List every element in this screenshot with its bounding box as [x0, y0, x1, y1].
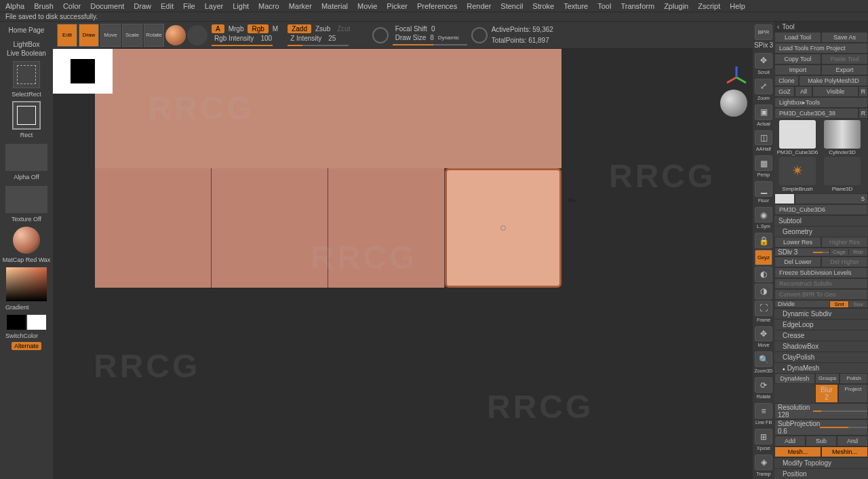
m-button[interactable]: M — [270, 25, 281, 33]
crease-section[interactable]: Crease — [774, 330, 868, 341]
create-mesh-button[interactable]: Mesh... — [774, 446, 821, 457]
shadowbox-section[interactable]: ShadowBox — [774, 341, 868, 351]
menu-material[interactable]: Material — [321, 2, 348, 10]
alternate-button[interactable]: Alternate — [12, 342, 41, 350]
brush-mod-dial[interactable] — [471, 27, 488, 43]
z-intensity-slider[interactable] — [288, 45, 349, 46]
menu-document[interactable]: Document — [90, 2, 124, 10]
transp-button[interactable]: ◈ — [755, 455, 772, 470]
scroll-button[interactable]: ✥ — [755, 53, 772, 69]
menu-macro[interactable]: Macro — [258, 2, 279, 10]
geometry-section[interactable]: Geometry — [774, 226, 868, 237]
draw-mode-button[interactable]: Draw — [79, 24, 99, 47]
convert-bpr-button[interactable]: Convert BPR To Geo — [774, 289, 868, 300]
groups-button[interactable]: Groups — [815, 373, 840, 384]
menu-zplugin[interactable]: Zplugin — [664, 2, 688, 10]
switchcolor-button[interactable]: SwitchColor — [5, 332, 47, 339]
rgb-intensity-value[interactable]: 100 — [258, 35, 275, 42]
suv-button[interactable]: Suv — [848, 301, 867, 307]
home-page-button[interactable]: Home Page — [9, 26, 45, 34]
lightbox-button[interactable]: LightBox — [14, 41, 40, 48]
brush-thumb[interactable] — [13, 102, 40, 129]
solo-button[interactable]: ◐ — [755, 267, 772, 282]
rotate-mode-button[interactable]: Rotate — [144, 24, 164, 47]
clone-button[interactable]: Clone — [774, 75, 799, 86]
resolution-slider[interactable]: Resolution 128 — [774, 403, 868, 419]
copy-tool-button[interactable]: Copy Tool — [774, 54, 821, 64]
a-button[interactable]: A — [212, 24, 224, 33]
goz-button[interactable]: GoZ — [774, 86, 795, 97]
move-mode-button[interactable]: Move — [100, 24, 121, 47]
mrgb-button[interactable]: Mrgb — [226, 25, 247, 33]
export-button[interactable]: Export — [821, 64, 868, 75]
brush-preview-icon[interactable] — [165, 25, 186, 45]
zadd-button[interactable]: Zadd — [288, 24, 311, 33]
secondary-color[interactable] — [7, 315, 26, 330]
move3d-button[interactable]: ✥ — [755, 326, 772, 342]
menu-brush[interactable]: Brush — [34, 2, 54, 10]
alpha-thumb[interactable] — [5, 144, 47, 171]
save-as-button[interactable]: Save As — [821, 32, 868, 43]
menu-layer[interactable]: Layer — [205, 2, 224, 10]
create-meshins-button[interactable]: MeshIn... — [821, 446, 868, 457]
primary-color[interactable] — [27, 315, 46, 330]
dyna-and-button[interactable]: And — [837, 436, 868, 446]
floor-button[interactable]: ▁ — [755, 181, 772, 197]
lower-res-button[interactable]: Lower Res — [774, 237, 821, 248]
focal-shift-value[interactable]: 0 — [431, 25, 435, 33]
lock-button[interactable]: 🔒 — [755, 233, 772, 248]
menu-transform[interactable]: Transform — [620, 2, 654, 10]
linefill-button[interactable]: ≡ — [755, 403, 772, 419]
menu-edit[interactable]: Edit — [161, 2, 174, 10]
menu-help[interactable]: Help — [730, 2, 745, 10]
tool-item-small[interactable] — [774, 193, 795, 204]
tool-item-cube2[interactable]: PM3D_Cube3D6 — [774, 204, 868, 215]
del-higher-button[interactable]: Del Higher — [821, 256, 868, 267]
divide-button[interactable]: Divide — [775, 301, 813, 307]
reference-thumbnail[interactable] — [53, 49, 113, 94]
menu-tool[interactable]: Tool — [597, 2, 611, 10]
menu-render[interactable]: Render — [467, 2, 491, 10]
zoom-button[interactable]: ⤢ — [755, 79, 772, 94]
edgeloop-section[interactable]: EdgeLoop — [774, 319, 868, 330]
tool-item-simplebrush[interactable]: SimpleBrush — [776, 157, 819, 192]
menu-picker[interactable]: Picker — [387, 2, 408, 10]
project-button[interactable]: Project — [838, 384, 868, 403]
goz-r-button[interactable]: R — [859, 86, 868, 97]
higher-res-button[interactable]: Higher Res — [821, 237, 868, 248]
dyna-add-button[interactable]: Add — [774, 436, 806, 446]
zcut-button[interactable]: Zcut — [334, 25, 353, 33]
edit-mode-button[interactable]: Edit — [57, 24, 77, 47]
draw-size-value[interactable]: 8 — [430, 34, 434, 41]
goz-all-button[interactable]: All — [795, 86, 812, 97]
spix-value[interactable]: 3 — [769, 41, 773, 49]
freeze-subdiv-button[interactable]: Freeze SubDivision Levels — [774, 267, 868, 278]
rgb-intensity-slider[interactable] — [212, 45, 273, 46]
menu-movie[interactable]: Movie — [357, 2, 377, 10]
polish-button[interactable]: Polish — [840, 373, 868, 384]
menu-preferences[interactable]: Preferences — [417, 2, 457, 10]
del-lower-button[interactable]: Del Lower — [774, 256, 821, 267]
reconstruct-button[interactable]: Reconstruct Subdiv — [774, 278, 868, 289]
gradient-label[interactable]: Gradient — [5, 304, 47, 311]
canvas-viewport[interactable]: ✎ RRCG RRCG RRCG RRCG RRCG — [53, 49, 753, 479]
tool-panel-header[interactable]: ‹ Tool — [774, 22, 868, 32]
menu-marker[interactable]: Marker — [289, 2, 312, 10]
make-polymesh-button[interactable]: Make PolyMesh3D — [799, 75, 868, 86]
dynamesh-button[interactable]: DynaMesh — [774, 373, 815, 384]
rotate3d-button[interactable]: ⟳ — [755, 377, 772, 393]
menu-file[interactable]: File — [183, 2, 195, 10]
texture-thumb[interactable] — [5, 186, 47, 213]
actual-button[interactable]: ▣ — [755, 104, 772, 120]
load-tool-button[interactable]: Load Tool — [774, 32, 821, 43]
tool-item-plane[interactable]: Plane3D — [821, 157, 864, 192]
menu-alpha[interactable]: Alpha — [5, 2, 24, 10]
draw-size-slider[interactable] — [393, 44, 467, 45]
xyz-button[interactable]: Gxyz — [755, 250, 772, 265]
position-section[interactable]: Position — [774, 468, 868, 479]
dynamic-toggle[interactable]: Dynamic — [435, 35, 462, 41]
nav-ball[interactable] — [720, 90, 747, 117]
menu-zscript[interactable]: Zscript — [698, 2, 720, 10]
bpr-button[interactable]: BPR — [755, 24, 772, 40]
goz-visible-button[interactable]: Visible — [812, 86, 859, 97]
